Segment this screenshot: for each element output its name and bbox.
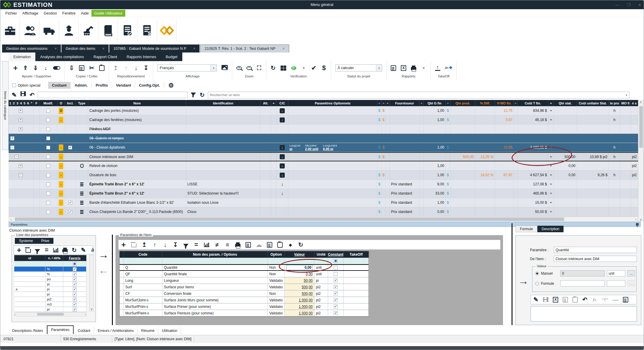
param-list-row[interactable]: m3	[14, 302, 86, 307]
insert-down-icon[interactable]	[33, 64, 38, 71]
modif-checkbox[interactable]	[46, 164, 50, 168]
favoris-checkbox[interactable]	[73, 303, 77, 306]
scroll-right-icon[interactable]: ›	[85, 313, 86, 316]
excavator-icon[interactable]	[79, 19, 98, 42]
sidebar-tab-items-du-catalogue[interactable]: Items du catalogue	[2, 61, 9, 150]
option-special-checkbox[interactable]	[12, 83, 16, 87]
column-header[interactable]: *	[30, 100, 34, 106]
catalogue-icon[interactable]	[98, 19, 118, 42]
toggle-icon[interactable]	[53, 66, 60, 70]
paste-icon[interactable]	[277, 242, 283, 248]
cut-icon[interactable]	[89, 64, 94, 71]
param-block[interactable]: LongLintpi	[289, 144, 300, 151]
edit-icon[interactable]	[81, 246, 86, 254]
column-header[interactable]: 2	[12, 100, 16, 106]
modif-checkbox[interactable]	[46, 127, 50, 131]
column-header[interactable]: 1	[9, 100, 12, 106]
unit-browse-button[interactable]: ...	[627, 270, 635, 276]
check-icon[interactable]	[311, 64, 317, 71]
favoris-checkbox[interactable]	[73, 262, 77, 266]
caret-icon[interactable]	[421, 64, 426, 71]
column-header[interactable]: Modif.	[39, 100, 57, 106]
soumission-dollar-icon[interactable]: $	[137, 19, 157, 42]
grid-row[interactable]: -Clous Charpente Lis Bande 2" D30°_ 0.11…	[9, 207, 638, 217]
statut-select[interactable]: À calculer▾	[335, 64, 382, 71]
grid-row[interactable]: +OCadrage des portes (moulures)↓$$1,00$1…	[9, 106, 638, 115]
valeur-link[interactable]: 1 000,00	[299, 311, 313, 315]
item-param-row[interactable]: LongLongueurValidatio50,00pi	[120, 277, 368, 284]
bottom-tab-r-sum-[interactable]: Résumé	[138, 327, 159, 334]
column-header[interactable]: F	[34, 100, 39, 106]
refresh-icon[interactable]	[72, 246, 77, 254]
modif-checkbox[interactable]	[46, 155, 50, 159]
accent-icon[interactable]	[90, 246, 95, 254]
save-icon[interactable]	[20, 91, 26, 96]
add-icon[interactable]	[16, 246, 22, 254]
item-param-row[interactable]: SurfSurface pour ItemsValidatio500,00pi2	[120, 284, 368, 290]
takeoff-logo-icon[interactable]	[445, 66, 452, 70]
delete-icon[interactable]	[131, 244, 137, 247]
constant-checkbox[interactable]	[334, 292, 338, 295]
move-bottom-icon[interactable]	[173, 241, 178, 248]
param-list-row[interactable]: pi	[14, 292, 86, 297]
grid-row[interactable]: +-Cadrage des fenêtres (moulures)↓$$1,00…	[9, 115, 638, 125]
cc-arrow-icon[interactable]: ↓	[280, 154, 285, 159]
modif-checkbox[interactable]	[46, 201, 50, 205]
column-header[interactable]: Qté G fin	[424, 100, 446, 106]
cc-arrow-icon[interactable]: ↓	[280, 163, 285, 168]
item-param-row[interactable]: MurSurfPrim-sSurface Primer (pour somme)…	[120, 303, 368, 310]
unit-field[interactable]: unit	[607, 270, 625, 276]
favoris-checkbox[interactable]	[73, 308, 77, 311]
param-list-row[interactable]: po	[14, 277, 86, 282]
param-valeur[interactable]: 1 000,00	[285, 303, 314, 310]
column-header[interactable]: Coût T fin.	[518, 100, 548, 106]
param-valeur[interactable]: 50,00	[285, 277, 314, 284]
column-header[interactable]: 4	[19, 100, 23, 106]
valeur-link[interactable]: 50,00	[304, 279, 313, 283]
close-icon[interactable]: ×	[102, 47, 105, 51]
filter-icon[interactable]	[191, 93, 196, 96]
toolbox-icon[interactable]	[0, 19, 20, 42]
grid-row[interactable]: −-06 - Cloison &plafonds↓LongLintpiNbLin…	[9, 143, 638, 152]
filter-icon[interactable]	[35, 249, 40, 252]
menu-item-affichage[interactable]: Affichage	[20, 10, 41, 17]
cc-arrow-icon[interactable]: ↓	[280, 117, 285, 122]
brand-diamond-icon[interactable]	[157, 19, 177, 42]
scroll-up-icon[interactable]: ∧	[640, 100, 642, 104]
column-header[interactable]: Favoris	[63, 255, 86, 261]
cc-arrow-icon[interactable]: ↓	[280, 173, 285, 178]
document-tab[interactable]: Gestion des soumissions×	[2, 44, 61, 52]
doc-export-icon[interactable]	[623, 297, 628, 303]
column-header[interactable]: +	[514, 100, 518, 106]
modif-checkbox[interactable]	[46, 109, 50, 113]
tree-expander-icon[interactable]: −	[15, 155, 18, 159]
column-header[interactable]: é s	[631, 100, 638, 106]
tab-analyses-des-compilations[interactable]: Analyses des compilations	[35, 52, 88, 61]
grid-hscrollbar[interactable]: ‹ ›	[9, 217, 638, 222]
tab-budget[interactable]: Budget	[161, 52, 182, 61]
menu-item-fen-tre[interactable]: Fenêtre	[60, 10, 78, 17]
tab-formule[interactable]: Formule	[515, 226, 537, 232]
calculator-icon[interactable]	[281, 66, 286, 71]
param-valeur[interactable]: 500,00	[285, 290, 314, 297]
column-header[interactable]: MO fi	[620, 100, 631, 106]
tree-expander-icon[interactable]: +	[19, 127, 23, 131]
search-input[interactable]	[208, 93, 624, 97]
modif-checkbox[interactable]	[46, 136, 50, 140]
constant-checkbox[interactable]	[334, 266, 338, 270]
print-icon[interactable]	[62, 249, 68, 252]
valeur-link[interactable]: 1 000,00	[299, 305, 313, 309]
zoom-out-icon[interactable]	[246, 66, 252, 70]
document-tab[interactable]: Gestion des items×	[61, 44, 109, 52]
column-header[interactable]: Coût unitaire Stat.	[577, 100, 609, 106]
formula-unit-field[interactable]	[607, 280, 625, 287]
menu-item-guide-utilisateur[interactable]: Guide Utilisateur	[91, 10, 125, 17]
equal-icon[interactable]	[44, 246, 49, 254]
truck-icon[interactable]	[39, 19, 59, 42]
save-icon[interactable]	[543, 297, 548, 302]
cc-arrow-icon[interactable]: ↓	[280, 108, 285, 113]
cc-arrow-icon[interactable]: ↓	[281, 182, 284, 187]
valeur-edit-input[interactable]: 0,00	[286, 265, 313, 270]
dollar-icon[interactable]	[321, 64, 327, 71]
copy-icon[interactable]	[79, 65, 84, 71]
